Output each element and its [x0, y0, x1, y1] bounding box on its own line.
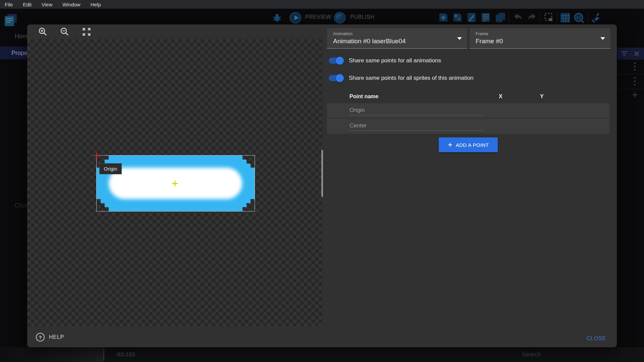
menu-help[interactable]: Help [91, 2, 101, 7]
undo-icon[interactable] [513, 12, 523, 23]
center-point-marker[interactable] [172, 181, 178, 186]
add-a-point-button[interactable]: + ADD A POINT [439, 137, 498, 152]
fit-to-screen-icon[interactable] [82, 27, 91, 37]
redo-icon[interactable] [527, 12, 537, 23]
publish-button[interactable]: PUBLISH [350, 14, 374, 20]
preview-play-icon[interactable] [290, 12, 301, 23]
more-options-icon[interactable] [634, 77, 636, 85]
table-row-origin[interactable]: Origin 0 0 [327, 103, 609, 118]
preview-button[interactable]: PREVIEW [305, 14, 331, 20]
menu-file[interactable]: File [5, 2, 13, 7]
layers-icon[interactable] [494, 12, 506, 23]
panel-header-strip [617, 48, 644, 59]
wrench-icon[interactable] [591, 12, 602, 23]
edit-points-dialog: Origin Animation Animation #0 laserBlue0… [27, 24, 617, 347]
toggle-row: Share same points for all sprites of thi… [329, 74, 473, 82]
animation-select-label: Animation [333, 31, 353, 36]
menu-edit[interactable]: Edit [23, 2, 32, 7]
origin-point-marker[interactable] [94, 153, 100, 159]
project-manager-icon[interactable] [3, 13, 18, 28]
dialog-footer [27, 326, 617, 347]
table-row-center[interactable]: Center (auto) (auto) [327, 119, 609, 134]
list-page-icon[interactable] [480, 12, 491, 23]
menu-bar: File Edit View Window Help [0, 0, 644, 9]
cube-page-icon[interactable] [438, 12, 449, 23]
toggle-row: Share same points for all animations [329, 56, 441, 65]
canvas-scrollbar[interactable] [321, 150, 323, 197]
cursor-coordinates: -93;193 [115, 351, 135, 358]
pencil-page-icon[interactable] [466, 12, 477, 23]
add-panel-item-icon[interactable]: + [632, 89, 638, 101]
zoom-ratio-icon[interactable]: 1:1 [573, 12, 585, 24]
point-name-field: Center [350, 122, 484, 131]
debug-icon[interactable] [272, 12, 282, 23]
help-button[interactable]: ? HELP [36, 333, 64, 342]
chevron-down-icon [600, 37, 605, 40]
grid-icon[interactable] [559, 12, 571, 23]
close-panel-icon[interactable] [633, 50, 640, 57]
share-points-all-sprites-toggle[interactable] [329, 75, 343, 81]
toggle-label: Share same points for all animations [349, 57, 441, 64]
frame-select[interactable]: Frame Frame #0 [470, 28, 610, 49]
canvas-toolbar [27, 24, 323, 39]
help-label: HELP [49, 334, 64, 340]
animation-select-value: Animation #0 laserBlue04 [333, 38, 406, 45]
search-input[interactable]: Search [522, 351, 541, 358]
animation-select[interactable]: Animation Animation #0 laserBlue04 [327, 28, 467, 49]
cubes-icon[interactable] [452, 12, 463, 23]
column-header-x: X [499, 94, 502, 100]
help-circle-icon: ? [36, 333, 45, 342]
frame-select-value: Frame #0 [476, 38, 503, 45]
close-button[interactable]: CLOSE [587, 336, 606, 342]
column-header-y: Y [540, 94, 544, 100]
selection-crop-icon[interactable] [543, 12, 554, 23]
column-header-point-name: Point name [350, 94, 378, 100]
menu-window[interactable]: Window [62, 2, 80, 7]
app-window: File Edit View Window Help PREVIEW PUBLI… [0, 0, 644, 362]
svg-text:1:1: 1:1 [576, 16, 581, 19]
statusbar-divider [103, 348, 104, 361]
properties-panel-text: Click [15, 202, 28, 209]
more-options-icon[interactable] [634, 62, 636, 71]
menu-view[interactable]: View [42, 2, 52, 7]
chevron-down-icon [457, 37, 462, 40]
zoom-in-icon[interactable] [38, 27, 47, 37]
toggle-label: Share same points for all sprites of thi… [349, 75, 473, 81]
frame-select-label: Frame [476, 31, 488, 36]
filter-icon[interactable] [620, 50, 629, 57]
plus-icon: + [448, 141, 452, 148]
status-bar: -93;193 Search [0, 347, 644, 362]
origin-point-tooltip: Origin [99, 163, 122, 174]
zoom-out-icon[interactable] [60, 27, 69, 37]
publish-globe-icon[interactable] [334, 12, 345, 23]
share-points-all-animations-toggle[interactable] [329, 58, 343, 64]
add-a-point-label: ADD A POINT [456, 142, 489, 148]
point-name-field: Origin [350, 107, 484, 115]
